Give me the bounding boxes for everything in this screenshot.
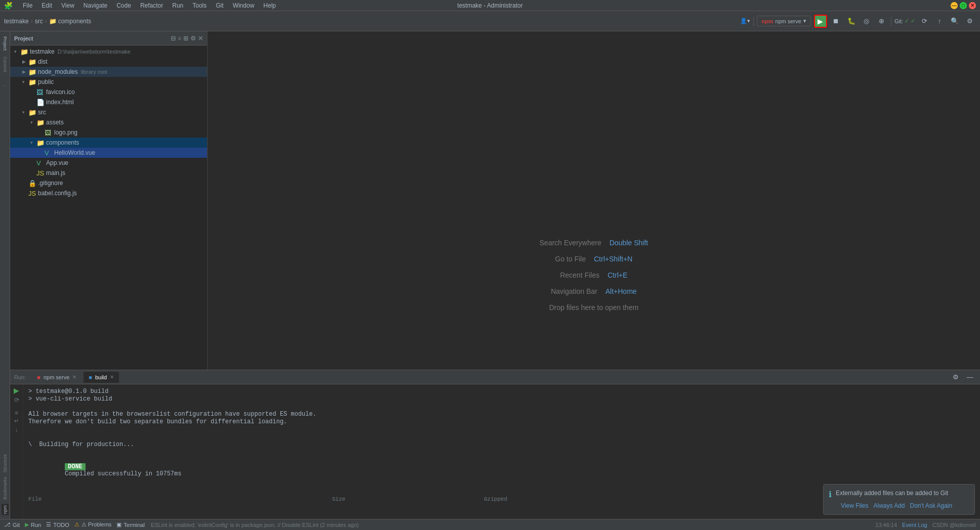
account-icon[interactable]: 👤▾ xyxy=(740,18,750,24)
status-todo-label: TODO xyxy=(53,522,69,528)
vcs-update-button[interactable]: ⟳ xyxy=(918,15,930,27)
recent-files-key: Ctrl+E xyxy=(607,271,627,279)
debug-button[interactable]: 🐛 xyxy=(845,15,858,27)
console-done-line: DONE Compiled successfully in 10757ms xyxy=(28,456,975,484)
run-tab-npm-serve[interactable]: ■ npm serve ✕ xyxy=(32,372,81,383)
tree-src[interactable]: ▾ 📁 src xyxy=(10,107,207,117)
close-button[interactable]: ✕ xyxy=(969,2,976,9)
tree-components[interactable]: ▾ 📁 components xyxy=(10,138,207,148)
tree-babel-config[interactable]: ▶ JS babel.config.js xyxy=(10,188,207,198)
notif-dont-ask[interactable]: Don't Ask Again xyxy=(910,502,953,509)
run-wrap-icon[interactable]: ↵ xyxy=(14,418,19,424)
run-filter-icon[interactable]: ≡ xyxy=(15,410,18,416)
menu-git[interactable]: Git xyxy=(212,1,227,10)
tree-node-modules[interactable]: ▶ 📁 node_modules library root xyxy=(10,67,207,77)
tree-gitignore[interactable]: ▶ 🔒 .gitignore xyxy=(10,178,207,188)
notification-actions[interactable]: View Files Always Add Don't Ask Again xyxy=(829,502,969,509)
breadcrumb-components[interactable]: components xyxy=(58,18,91,25)
status-terminal[interactable]: ▣ Terminal xyxy=(116,521,145,528)
timestamp: 13:46:14 xyxy=(875,522,897,528)
gitignore-icon: 🔒 xyxy=(28,180,36,187)
search-everywhere-key: Double Shift xyxy=(609,239,648,247)
tree-root[interactable]: ▾ 📁 testmake D:\haijian\webstorm\testmak… xyxy=(10,47,207,57)
menu-view[interactable]: View xyxy=(57,1,78,10)
run-scroll-icon[interactable]: ↓ xyxy=(15,426,18,432)
search-button[interactable]: 🔍 xyxy=(949,15,961,27)
menu-tools[interactable]: Tools xyxy=(188,1,211,10)
status-problems[interactable]: ⚠ ⚠ Problems xyxy=(74,521,112,528)
sort-icon[interactable]: ≡ xyxy=(178,35,181,42)
notif-view-files[interactable]: View Files xyxy=(841,502,868,509)
notification-info-icon: ℹ xyxy=(829,490,832,499)
breadcrumb-app[interactable]: testmake xyxy=(4,18,29,25)
status-run[interactable]: ▶ Run xyxy=(25,521,41,528)
tree-app-vue[interactable]: ▶ V App.vue xyxy=(10,158,207,168)
activity-npm[interactable]: npm xyxy=(2,504,9,517)
expand-icon[interactable]: ⊞ xyxy=(183,35,188,42)
window-controls[interactable]: — □ ✕ xyxy=(951,2,976,9)
sidebar-header-icons[interactable]: ⊟ ≡ ⊞ ⚙ ✕ xyxy=(171,35,203,42)
profile-button[interactable]: ⊕ xyxy=(876,15,888,27)
build-close-icon[interactable]: ✕ xyxy=(110,374,114,380)
tree-logo-label: logo.png xyxy=(54,129,77,136)
status-bar: ⎇ Git ▶ Run ☰ TODO ⚠ ⚠ Problems ▣ Termin… xyxy=(0,519,980,530)
tree-index-html-label: index.html xyxy=(46,99,74,106)
menu-edit[interactable]: Edit xyxy=(37,1,56,10)
menu-navigate[interactable]: Navigate xyxy=(79,1,111,10)
menu-code[interactable]: Code xyxy=(112,1,135,10)
minimize-button[interactable]: — xyxy=(951,2,958,9)
panel-toolbar-right[interactable]: ⚙ — xyxy=(950,371,976,383)
breadcrumb-src[interactable]: src xyxy=(35,18,43,25)
menu-run[interactable]: Run xyxy=(168,1,187,10)
tree-components-label: components xyxy=(46,139,79,146)
console-line-5: Therefore we don't build two separate bu… xyxy=(28,418,975,425)
tree-helloworld[interactable]: ▶ V HelloWorld.vue xyxy=(10,148,207,158)
menu-help[interactable]: Help xyxy=(259,1,280,10)
coverage-button[interactable]: ◎ xyxy=(861,15,873,27)
maximize-button[interactable]: □ xyxy=(960,2,967,9)
tree-main-js[interactable]: ▶ JS main.js xyxy=(10,168,207,178)
menu-file[interactable]: File xyxy=(19,1,36,10)
collapse-all-icon[interactable]: ⊟ xyxy=(171,35,176,42)
npm-serve-close-icon[interactable]: ✕ xyxy=(72,374,76,380)
search-everywhere-label: Search Everywhere xyxy=(540,239,601,247)
tree-logo[interactable]: ▶ 🖼 logo.png xyxy=(10,127,207,138)
run-play-icon[interactable]: ▶ xyxy=(14,386,19,394)
console-line-3 xyxy=(28,403,975,410)
panel-hide-icon[interactable]: — xyxy=(964,371,976,383)
settings-gear-icon[interactable]: ⚙ xyxy=(190,35,196,42)
activity-structure[interactable]: Structure xyxy=(3,454,8,474)
panel-settings-icon[interactable]: ⚙ xyxy=(950,371,962,383)
activity-git[interactable]: ⋮ xyxy=(1,76,10,96)
tree-public[interactable]: ▾ 📁 public xyxy=(10,77,207,87)
tree-assets[interactable]: ▾ 📁 assets xyxy=(10,117,207,127)
run-tabs: Run: ■ npm serve ✕ ■ build ✕ ⚙ — xyxy=(10,370,980,384)
index-html-icon: 📄 xyxy=(36,99,45,106)
tree-index-html[interactable]: ▶ 📄 index.html xyxy=(10,97,207,107)
chevron-down-icon: ▾ xyxy=(803,18,806,24)
status-right: 13:46:14 Event Log CSDN @kdtomeli xyxy=(875,522,976,528)
run-tab-build[interactable]: ■ build ✕ xyxy=(84,372,119,383)
helloworld-icon: V xyxy=(45,149,53,157)
activity-commit[interactable]: Commit xyxy=(1,55,10,75)
activity-project[interactable]: Project xyxy=(1,33,10,54)
event-log-label[interactable]: Event Log xyxy=(902,522,927,528)
menu-bar[interactable]: File Edit View Navigate Code Refactor Ru… xyxy=(19,1,280,10)
tree-favicon[interactable]: ▶ 🖼 favicon.ico xyxy=(10,87,207,97)
stop-button[interactable]: ⏹ xyxy=(830,15,842,27)
tree-dist[interactable]: ▶ 📁 dist xyxy=(10,57,207,67)
run-button[interactable]: ▶ xyxy=(814,15,827,28)
table-size-header: Size xyxy=(332,496,484,502)
npm-serve-dropdown[interactable]: npm npm serve ▾ xyxy=(757,16,811,26)
menu-refactor[interactable]: Refactor xyxy=(136,1,167,10)
activity-bookmarks[interactable]: Bookmarks xyxy=(3,477,8,501)
settings-button[interactable]: ⚙ xyxy=(964,15,976,27)
menu-window[interactable]: Window xyxy=(229,1,259,10)
vcs-push-button[interactable]: ↑ xyxy=(933,15,946,27)
hide-icon[interactable]: ✕ xyxy=(198,35,203,42)
notif-always-add[interactable]: Always Add xyxy=(873,502,905,509)
status-todo[interactable]: ☰ TODO xyxy=(46,521,69,528)
status-git[interactable]: ⎇ Git xyxy=(4,521,20,528)
babel-icon: JS xyxy=(28,190,36,197)
run-rerun-icon[interactable]: ⟳ xyxy=(14,396,19,404)
